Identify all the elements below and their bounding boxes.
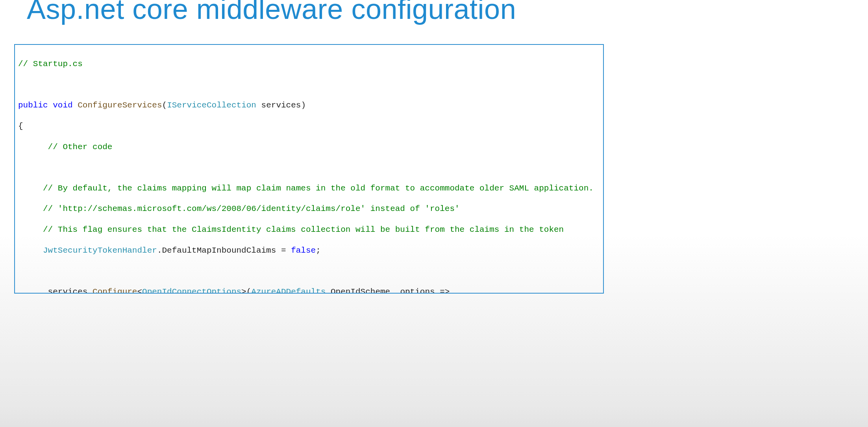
slide: Asp.net core middleware configuration //… — [0, 0, 868, 427]
code-method: Configure — [93, 287, 137, 294]
code-comment: // Startup.cs — [18, 59, 83, 68]
code-keyword: public — [18, 101, 48, 110]
code-text: services. — [18, 287, 93, 294]
code-comment: // By default, the claims mapping will m… — [18, 184, 594, 193]
code-comment: // 'http://schemas.microsoft.com/ws/2008… — [18, 204, 460, 213]
code-type: IServiceCollection — [167, 101, 256, 110]
code-keyword: void — [53, 101, 72, 110]
code-comment: // Other code — [18, 142, 112, 152]
code-method: ConfigureServices — [78, 101, 162, 110]
slide-title: Asp.net core middleware configuration — [27, 0, 516, 25]
code-keyword: false — [291, 246, 316, 255]
code-type: AzureADDefaults — [251, 287, 326, 294]
code-text: .DefaultMapInboundClaims = — [157, 246, 291, 255]
code-text: < — [137, 287, 142, 294]
code-text — [73, 101, 78, 110]
code-text: { — [18, 122, 23, 131]
code-comment: // This flag ensures that the ClaimsIden… — [18, 225, 564, 234]
code-text: ( — [162, 101, 167, 110]
code-text: >( — [241, 287, 251, 294]
code-text — [48, 101, 53, 110]
code-text — [18, 246, 43, 255]
code-block: // Startup.cs public void ConfigureServi… — [14, 44, 604, 294]
code-type: JwtSecurityTokenHandler — [43, 246, 157, 255]
code-text: ; — [316, 246, 321, 255]
code-text: services) — [256, 101, 306, 110]
code-type: OpenIdConnectOptions — [142, 287, 241, 294]
code-text: .OpenIdScheme, options => — [326, 287, 450, 294]
